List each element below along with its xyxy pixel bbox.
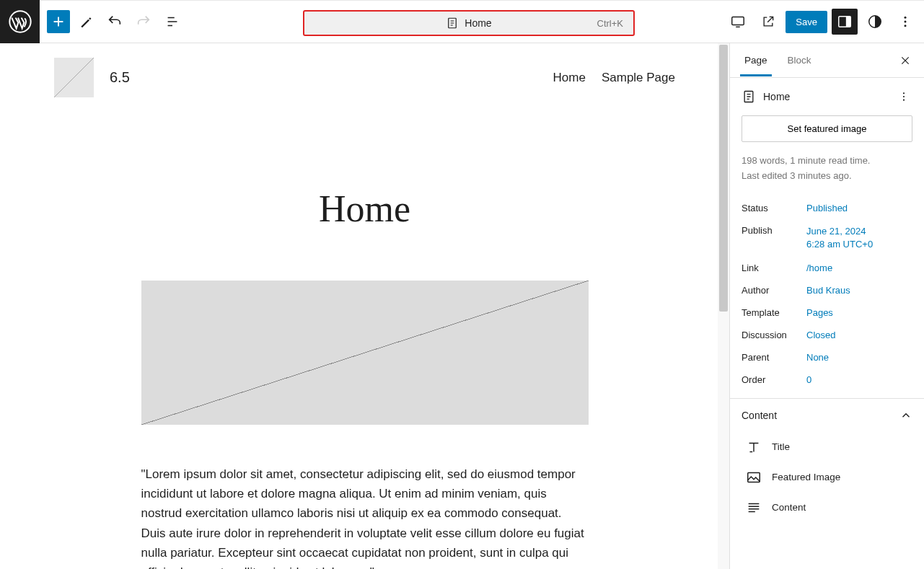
order-value[interactable]: 0 [806,374,811,385]
undo-button[interactable] [102,9,128,35]
redo-button[interactable] [131,9,157,35]
page-panel-header: Home [730,78,924,115]
sidebar-tabs: Page Block [730,43,924,78]
primary-nav: Home Sample Page [553,71,675,85]
page-icon [742,89,756,104]
svg-point-8 [905,25,907,27]
svg-point-7 [905,21,907,23]
row-order: Order 0 [730,369,924,391]
page-content-paragraph[interactable]: "Lorem ipsum dolor sit amet, consectetur… [141,464,589,569]
page-meta: 198 words, 1 minute read time. Last edit… [730,154,924,197]
command-shortcut: Ctrl+K [597,18,623,29]
styles-button[interactable] [862,9,888,35]
content-item-title[interactable]: Title [730,432,924,462]
editor-canvas-wrap: 6.5 Home Sample Page Home "Lorem ipsum d… [0,43,729,569]
publish-value[interactable]: June 21, 2024 6:28 am UTC+0 [806,225,873,251]
svg-point-6 [905,17,907,19]
page-icon [446,17,459,30]
link-value[interactable]: /home [806,263,832,273]
image-icon [746,469,762,485]
last-edited: Last edited 3 minutes ago. [742,169,912,184]
view-button[interactable] [725,9,751,35]
row-publish: Publish June 21, 2024 6:28 am UTC+0 [730,219,924,257]
canvas-scrollbar[interactable] [718,43,729,569]
svg-point-12 [903,100,905,101]
title-icon [746,439,762,455]
tab-block[interactable]: Block [778,45,822,76]
row-link: Link /home [730,257,924,279]
content-icon [746,500,762,516]
site-logo-placeholder[interactable] [54,58,94,97]
wordpress-logo[interactable] [0,0,40,43]
document-bar[interactable]: Home Ctrl+K [303,10,635,36]
document-title: Home [465,17,491,29]
toolbar-left-group [40,9,185,35]
panel-actions-button[interactable] [895,88,912,105]
tab-page[interactable]: Page [734,45,778,76]
row-parent: Parent None [730,346,924,369]
svg-rect-4 [846,17,850,27]
site-title[interactable]: 6.5 [110,69,130,86]
parent-value[interactable]: None [806,352,829,363]
row-discussion: Discussion Closed [730,324,924,346]
panel-title: Home [763,91,888,102]
editor-canvas[interactable]: 6.5 Home Sample Page Home "Lorem ipsum d… [0,43,729,569]
content-section-toggle[interactable]: Content [730,398,924,432]
row-status: Status Published [730,197,924,219]
nav-item-sample[interactable]: Sample Page [602,71,675,85]
top-toolbar: Home Ctrl+K Save [0,0,924,43]
author-value[interactable]: Bud Kraus [806,285,850,296]
chevron-up-icon [899,409,912,422]
site-header: 6.5 Home Sample Page [0,43,729,112]
add-block-button[interactable] [47,10,70,33]
toolbar-right-group: Save [725,9,924,35]
discussion-value[interactable]: Closed [806,330,835,340]
word-stats: 198 words, 1 minute read time. [742,154,912,169]
set-featured-image-button[interactable]: Set featured image [742,115,912,142]
featured-image-placeholder[interactable] [141,281,589,425]
svg-point-11 [903,96,905,97]
settings-sidebar-toggle[interactable] [832,9,858,35]
svg-rect-13 [748,473,760,482]
tools-button[interactable] [73,9,99,35]
template-value[interactable]: Pages [806,307,833,318]
content-item-content[interactable]: Content [730,493,924,523]
save-button[interactable]: Save [786,11,827,33]
page-title[interactable]: Home [0,188,729,230]
external-link-button[interactable] [755,9,781,35]
settings-sidebar: Page Block Home Set featured image 198 w… [729,43,924,569]
row-template: Template Pages [730,301,924,324]
svg-point-10 [903,92,905,94]
content-item-featured[interactable]: Featured Image [730,462,924,493]
close-sidebar-button[interactable] [891,50,920,71]
nav-item-home[interactable]: Home [553,71,586,85]
options-menu-button[interactable] [892,9,918,35]
scrollbar-thumb[interactable] [719,45,728,312]
svg-rect-2 [732,17,744,25]
row-author: Author Bud Kraus [730,279,924,301]
document-overview-button[interactable] [159,9,185,35]
status-value[interactable]: Published [806,203,848,213]
